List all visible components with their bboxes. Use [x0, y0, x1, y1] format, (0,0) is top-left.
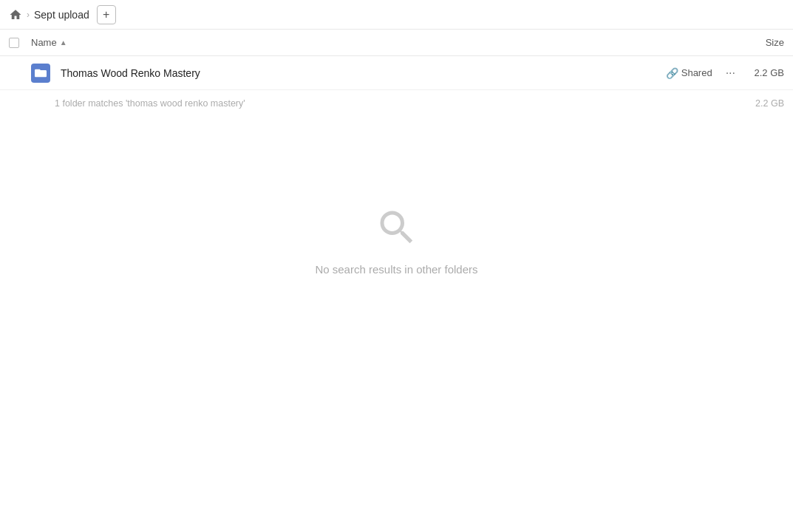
no-results-search-icon — [375, 205, 419, 253]
column-header-row: Name ▲ Size — [0, 30, 793, 56]
header-checkbox-col — [9, 38, 31, 48]
breadcrumb-folder-name: Sept upload — [34, 9, 89, 21]
file-row[interactable]: Thomas Wood Renko Mastery 🔗 Shared ··· 2… — [0, 56, 793, 90]
size-column-header: Size — [725, 37, 784, 48]
shared-badge: 🔗 Shared — [666, 67, 712, 79]
file-icon-col — [31, 64, 55, 83]
sort-arrow-icon: ▲ — [60, 38, 67, 47]
file-meta: 🔗 Shared ··· — [666, 65, 740, 81]
file-size: 2.2 GB — [740, 67, 784, 78]
folder-icon — [31, 64, 50, 83]
file-name: Thomas Wood Renko Mastery — [55, 67, 666, 79]
shared-label: Shared — [681, 67, 712, 78]
select-all-checkbox[interactable] — [9, 38, 19, 48]
link-icon: 🔗 — [666, 67, 678, 79]
more-options-button[interactable]: ··· — [721, 65, 740, 81]
breadcrumb-bar: › Sept upload + — [0, 0, 793, 30]
empty-state: No search results in other folders — [0, 205, 793, 276]
add-button[interactable]: + — [97, 5, 116, 24]
summary-row: 1 folder matches 'thomas wood renko mast… — [0, 90, 793, 117]
summary-text: 1 folder matches 'thomas wood renko mast… — [55, 98, 740, 109]
empty-state-message: No search results in other folders — [315, 263, 477, 276]
name-column-header[interactable]: Name ▲ — [31, 37, 725, 48]
home-button[interactable] — [9, 8, 22, 21]
summary-size: 2.2 GB — [740, 98, 784, 109]
breadcrumb-chevron: › — [27, 10, 30, 20]
